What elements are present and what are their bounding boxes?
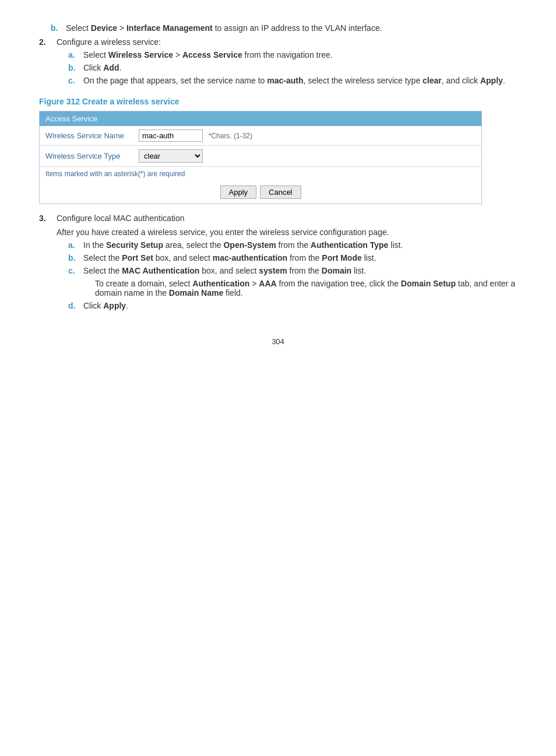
- step-3a-item: a. In the Security Setup area, select th…: [57, 240, 517, 250]
- ws-name-label: Wireless Service Name: [40, 126, 133, 146]
- ws-type-select-cell: clear crypto wapi: [133, 146, 481, 167]
- button-row: Apply Cancel: [40, 181, 481, 204]
- mac-auth-mode-bold: mac-authentication: [213, 253, 287, 262]
- step-3c-item: c. Select the MAC Authentication box, an…: [57, 266, 517, 298]
- step-3d-text: Click Apply.: [83, 301, 128, 310]
- step-3b-item: b. Select the Port Set box, and select m…: [57, 253, 517, 262]
- chars-hint: *Chars. (1-32): [209, 132, 252, 140]
- step-2b-item: b. Click Add.: [57, 63, 505, 72]
- apply-button[interactable]: Apply: [220, 186, 257, 199]
- step-2-content: Configure a wireless service: a. Select …: [57, 37, 505, 89]
- apply-bold-3d: Apply: [103, 301, 126, 310]
- interface-mgmt-bold: Interface Management: [126, 23, 213, 33]
- step-2-item: 2. Configure a wireless service: a. Sele…: [39, 37, 517, 89]
- domain-name-bold: Domain Name: [169, 288, 223, 298]
- step-b-item: b. Select Device > Interface Management …: [39, 23, 517, 33]
- step-3c-text: Select the MAC Authentication box, and s…: [83, 266, 366, 275]
- clear-bold: clear: [423, 76, 442, 85]
- step-3-sublist: a. In the Security Setup area, select th…: [57, 240, 517, 310]
- security-setup-bold: Security Setup: [106, 240, 163, 250]
- port-set-bold: Port Set: [122, 253, 153, 262]
- figure-header: Access Service: [40, 111, 481, 126]
- table-row-name: Wireless Service Name *Chars. (1-32): [40, 126, 481, 146]
- domain-bold: Domain: [322, 266, 351, 275]
- step-2b-suffix: .: [119, 63, 121, 72]
- step-3c-label: c.: [68, 266, 80, 298]
- device-bold: Device: [91, 23, 117, 33]
- figure-box: Access Service Wireless Service Name *Ch…: [39, 111, 482, 204]
- ws-name-input[interactable]: [139, 130, 203, 142]
- step-3b-text: Select the Port Set box, and select mac-…: [83, 253, 376, 262]
- step-3c-sub: To create a domain, select Authenticatio…: [83, 279, 517, 298]
- step-2-text: Configure a wireless service:: [57, 37, 161, 47]
- add-bold: Add: [103, 63, 119, 72]
- apply-bold-2c: Apply: [480, 76, 503, 85]
- step-b-text: Select Device > Interface Management to …: [66, 23, 382, 33]
- step-2-label: 2.: [39, 37, 57, 89]
- step-2-sublist: a. Select Wireless Service > Access Serv…: [57, 50, 505, 85]
- step-3c-content: Select the MAC Authentication box, and s…: [83, 266, 517, 298]
- required-note: Items marked with an asterisk(*) are req…: [40, 166, 481, 181]
- domain-setup-bold: Domain Setup: [401, 279, 456, 288]
- step-3a-text: In the Security Setup area, select the O…: [83, 240, 403, 250]
- step-2b-prefix: Click: [83, 63, 103, 72]
- step-3-desc: After you have created a wireless servic…: [57, 228, 517, 237]
- step-3b-label: b.: [68, 253, 80, 262]
- step-3-item: 3. Configure local MAC authentication Af…: [39, 214, 517, 314]
- step-2c-and: , and click: [442, 76, 480, 85]
- step-3-text: Configure local MAC authentication: [57, 214, 184, 223]
- page-number: 304: [39, 337, 517, 346]
- figure-title: Figure 312 Create a wireless service: [39, 97, 517, 106]
- step-2c-end: .: [503, 76, 505, 85]
- cancel-button[interactable]: Cancel: [260, 186, 301, 199]
- access-service-bold: Access Service: [182, 50, 242, 60]
- ws-type-label: Wireless Service Type: [40, 146, 133, 167]
- step-2a-text: Select Wireless Service > Access Service…: [83, 50, 333, 60]
- table-row-type: Wireless Service Type clear crypto wapi: [40, 146, 481, 167]
- page-content: b. Select Device > Interface Management …: [39, 23, 517, 346]
- mac-auth-bold: mac-auth: [267, 76, 303, 85]
- step-2a-item: a. Select Wireless Service > Access Serv…: [57, 50, 505, 60]
- step-2c-mid: , select the wireless service type: [303, 76, 423, 85]
- step-b-label: b.: [51, 23, 62, 33]
- step-2c-item: c. On the page that appears, set the ser…: [57, 76, 505, 85]
- step-3-content: Configure local MAC authentication After…: [57, 214, 517, 314]
- step-b-suffix: to assign an IP address to the VLAN inte…: [213, 23, 382, 33]
- step-2c-text: On the page that appears, set the servic…: [83, 76, 505, 85]
- step-2c-label: c.: [68, 76, 80, 85]
- mac-auth-box-bold: MAC Authentication: [122, 266, 199, 275]
- step-2c-prefix: On the page that appears, set the servic…: [83, 76, 267, 85]
- wireless-service-bold: Wireless Service: [108, 50, 173, 60]
- step-3a-label: a.: [68, 240, 80, 250]
- open-system-bold: Open-System: [223, 240, 276, 250]
- aaa-bold: AAA: [259, 279, 276, 288]
- step-2a-suffix: from the navigation tree.: [242, 50, 333, 60]
- auth-nav-bold: Authentication: [192, 279, 249, 288]
- ws-type-select[interactable]: clear crypto wapi: [139, 149, 203, 163]
- port-mode-bold: Port Mode: [322, 253, 361, 262]
- ws-name-input-cell: *Chars. (1-32): [133, 126, 481, 146]
- step-2b-text: Click Add.: [83, 63, 121, 72]
- auth-type-bold: Authentication Type: [311, 240, 389, 250]
- step-3-label: 3.: [39, 214, 57, 314]
- step-3d-label: d.: [68, 301, 80, 310]
- figure-table: Wireless Service Name *Chars. (1-32) Wir…: [40, 126, 481, 166]
- step-2a-label: a.: [68, 50, 80, 60]
- step-2b-label: b.: [68, 63, 80, 72]
- step-3d-item: d. Click Apply.: [57, 301, 517, 310]
- system-bold: system: [259, 266, 287, 275]
